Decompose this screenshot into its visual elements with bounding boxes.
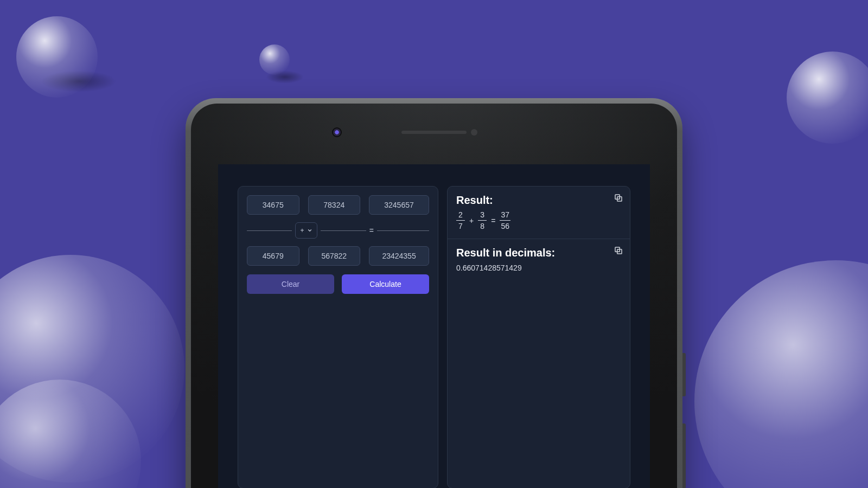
copy-result-button[interactable] xyxy=(614,193,623,203)
result-fraction-den: 23424355 xyxy=(369,246,429,266)
expr-eq: = xyxy=(491,216,495,225)
operator-value: + xyxy=(300,227,304,234)
result-expression: 27 + 38 = 3756 xyxy=(456,211,621,230)
expr-frac-r: 3756 xyxy=(500,211,510,230)
tablet-bezel: 34675 78324 3245657 xyxy=(191,104,677,488)
promo-stage: 34675 78324 3245657 xyxy=(0,0,868,488)
equals-sign: = xyxy=(369,226,374,235)
fraction-1-denominator-input[interactable]: 45679 xyxy=(247,246,299,266)
result-fraction-section: Result: 27 + 38 = xyxy=(448,187,630,239)
fraction-1-den: 45679 xyxy=(247,246,299,266)
result-decimal-section: Result in decimals: 0.66071428571429 xyxy=(448,239,630,281)
tablet-camera xyxy=(332,127,342,137)
tablet-sensor xyxy=(471,129,477,136)
operator-select[interactable]: + xyxy=(295,222,317,239)
app-screen: 34675 78324 3245657 xyxy=(218,164,650,488)
decorative-orb xyxy=(787,52,868,144)
result-denominator: 23424355 xyxy=(369,246,429,266)
expr-frac-a: 27 xyxy=(456,211,465,230)
expr-frac-b: 38 xyxy=(478,211,487,230)
fraction-1-bar xyxy=(247,230,292,231)
fraction-1-numerator-input[interactable]: 34675 xyxy=(247,195,299,215)
result-title: Result: xyxy=(456,194,621,207)
fraction-2-den: 567822 xyxy=(308,246,361,266)
clear-button[interactable]: Clear xyxy=(247,274,334,294)
copy-icon xyxy=(614,193,623,203)
copy-decimal-button[interactable] xyxy=(614,246,623,255)
result-numerator: 3245657 xyxy=(369,195,429,215)
fraction-2-numerator-input[interactable]: 78324 xyxy=(308,195,361,215)
fraction-calculator-app: 34675 78324 3245657 xyxy=(218,164,650,488)
copy-icon xyxy=(614,246,623,255)
result-decimal-value: 0.66071428571429 xyxy=(456,264,621,272)
tablet-side-button xyxy=(682,423,686,488)
divider-row: + = xyxy=(247,222,429,239)
tablet-side-button xyxy=(682,353,686,396)
button-row: Clear Calculate xyxy=(247,274,429,294)
decorative-orb xyxy=(16,16,98,98)
result-fraction: 3245657 xyxy=(369,195,429,215)
tablet-speaker xyxy=(401,131,467,134)
fraction-2-denominator-input[interactable]: 567822 xyxy=(308,246,361,266)
fraction-equation-row-den: 45679 567822 23424355 xyxy=(247,246,429,266)
input-card: 34675 78324 3245657 xyxy=(238,186,438,488)
result-decimal-title: Result in decimals: xyxy=(456,247,621,259)
fraction-equation-row: 34675 78324 3245657 xyxy=(247,195,429,215)
decorative-orb xyxy=(694,260,868,488)
results-card: Result: 27 + 38 = xyxy=(447,186,630,488)
tablet-frame: 34675 78324 3245657 xyxy=(186,98,682,488)
chevron-down-icon xyxy=(307,228,312,233)
result-fraction-bar xyxy=(377,230,429,231)
fraction-2-bar xyxy=(321,230,366,231)
expr-op: + xyxy=(469,216,474,225)
calculate-button[interactable]: Calculate xyxy=(342,274,429,294)
decorative-orb xyxy=(259,44,290,75)
fraction-1: 34675 xyxy=(247,195,299,215)
fraction-2: 78324 xyxy=(308,195,361,215)
